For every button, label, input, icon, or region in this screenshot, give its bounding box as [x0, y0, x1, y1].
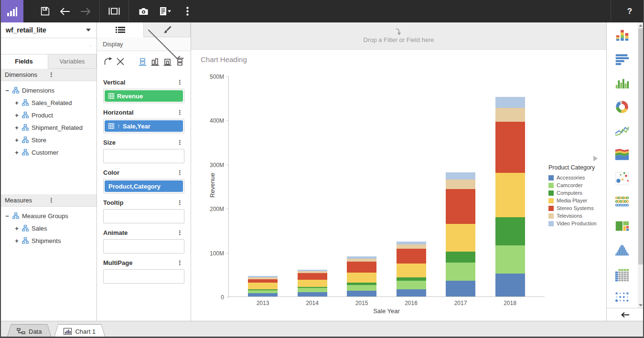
bar-segment-2013-accessories[interactable]: [248, 293, 278, 296]
expand-icon[interactable]: +: [13, 112, 20, 119]
undo-button[interactable]: [55, 0, 75, 22]
bar-segment-2013-media-player[interactable]: [248, 283, 278, 289]
bar-segment-2015-video-production[interactable]: [347, 256, 376, 259]
chart-heading[interactable]: Chart Heading: [201, 55, 247, 63]
bar-segment-2015-televisions[interactable]: [347, 259, 376, 262]
bar-segment-2016-video-production[interactable]: [397, 242, 426, 244]
data-source-selector[interactable]: wf_retail_lite: [0, 22, 97, 38]
well-vertical-dropzone[interactable]: Revenue: [103, 89, 184, 103]
legend-item-computers[interactable]: Computers: [548, 189, 605, 197]
grouped-bar-chart-icon[interactable]: [607, 71, 637, 95]
bar-segment-2018-computers[interactable]: [495, 217, 525, 245]
bar-segment-2017-video-production[interactable]: [446, 172, 475, 180]
legend-item-televisions[interactable]: Televisions: [548, 212, 605, 220]
data-grid-icon[interactable]: [607, 262, 637, 286]
legend-expander-icon[interactable]: [593, 156, 598, 161]
field-pill-revenue[interactable]: Revenue: [105, 90, 183, 102]
bar-segment-2018-video-production[interactable]: [495, 97, 525, 107]
bar-segment-2014-computers[interactable]: [298, 287, 327, 288]
bar-segment-2016-accessories[interactable]: [397, 289, 426, 296]
line-chart-icon[interactable]: [607, 119, 637, 143]
scroll-down-icon[interactable]: [638, 302, 644, 308]
tree-item-sales[interactable]: +Sales: [0, 222, 97, 234]
field-pill-sale-year[interactable]: ↑Sale,Year: [105, 120, 183, 132]
well-animate-dropzone[interactable]: [103, 239, 184, 254]
legend-item-stereo-systems[interactable]: Stereo Systems: [548, 204, 605, 212]
well-multipage-dropzone[interactable]: [103, 269, 184, 284]
tree-item-shipments[interactable]: +Shipments: [0, 234, 97, 247]
dot-matrix-icon[interactable]: [607, 286, 637, 310]
bar-segment-2014-media-player[interactable]: [298, 280, 327, 287]
expand-icon[interactable]: +: [13, 225, 20, 232]
bar-segment-2013-computers[interactable]: [248, 289, 278, 290]
scatter-plot-icon[interactable]: [607, 167, 637, 190]
bar-segment-2016-computers[interactable]: [397, 277, 426, 280]
preview-button[interactable]: [104, 0, 124, 22]
search-input[interactable]: [6, 42, 90, 50]
bar-segment-2014-accessories[interactable]: [298, 292, 327, 296]
collapse-rail-button[interactable]: [607, 308, 644, 321]
stacked-bar-chart-icon[interactable]: [607, 23, 637, 47]
well-tooltip-dropzone[interactable]: [103, 209, 184, 223]
clear-icon[interactable]: [114, 55, 127, 68]
tab-data[interactable]: Data: [7, 324, 52, 338]
bar-segment-2016-media-player[interactable]: [397, 264, 426, 278]
tab-variables[interactable]: Variables: [48, 54, 97, 68]
tree-item-store[interactable]: +Store: [0, 134, 97, 146]
bar-segment-2013-stereo-systems[interactable]: [248, 279, 278, 283]
bar-segment-2015-camcorder[interactable]: [347, 285, 376, 291]
well-menu-icon[interactable]: ⋮: [175, 260, 184, 266]
side-by-side-icon[interactable]: [149, 55, 161, 68]
well-horizontal-dropzone[interactable]: ↑Sale,Year: [103, 119, 184, 133]
bar-segment-2013-video-production[interactable]: [248, 276, 278, 278]
tab-fields[interactable]: Fields: [0, 54, 48, 69]
tree-item-sales-related[interactable]: +Sales_Related: [0, 96, 97, 109]
tree-item-measure-groups[interactable]: −Measure Groups: [0, 210, 97, 222]
help-button[interactable]: ?: [615, 7, 644, 16]
app-logo[interactable]: [0, 0, 23, 22]
bar-segment-2018-camcorder[interactable]: [495, 245, 525, 274]
bar-segment-2018-media-player[interactable]: [495, 173, 525, 217]
bar-segment-2017-media-player[interactable]: [446, 224, 475, 252]
redo-button[interactable]: [75, 0, 95, 22]
bar-segment-2018-stereo-systems[interactable]: [495, 122, 525, 173]
expand-icon[interactable]: +: [13, 237, 20, 244]
swap-axes-icon[interactable]: [102, 55, 114, 68]
expand-icon[interactable]: +: [13, 137, 20, 144]
bar-segment-2014-camcorder[interactable]: [298, 288, 327, 292]
tree-item-dimensions[interactable]: −Dimensions: [0, 84, 97, 96]
collapse-icon[interactable]: −: [4, 87, 11, 94]
tree-item-customer[interactable]: +Customer: [0, 146, 97, 158]
bar-segment-2014-video-production[interactable]: [298, 270, 327, 272]
well-color-dropzone[interactable]: Product,Category: [103, 179, 184, 193]
bar-segment-2015-media-player[interactable]: [347, 273, 376, 283]
well-menu-icon[interactable]: ⋮: [175, 200, 184, 206]
expand-icon[interactable]: +: [13, 99, 20, 106]
bar-segment-2017-televisions[interactable]: [446, 180, 475, 189]
tab-chart-1[interactable]: Chart 1: [54, 324, 106, 338]
well-menu-icon[interactable]: ⋮: [175, 139, 184, 146]
tab-field-list[interactable]: [97, 22, 144, 37]
collapse-icon[interactable]: −: [4, 212, 11, 220]
tree-item-product[interactable]: +Product: [0, 109, 97, 121]
dimensions-menu-icon[interactable]: ⋮: [47, 72, 92, 78]
bar-segment-2017-stereo-systems[interactable]: [446, 189, 475, 224]
bar-segment-2018-televisions[interactable]: [495, 108, 525, 122]
save-button[interactable]: [35, 0, 55, 22]
more-options-button[interactable]: [177, 0, 197, 22]
display-accordion[interactable]: Display: [97, 37, 191, 51]
well-menu-icon[interactable]: ⋮: [175, 169, 184, 176]
tree-item-shipment-related[interactable]: +Shipment_Related: [0, 121, 97, 134]
bar-segment-2018-accessories[interactable]: [495, 274, 525, 296]
bar-segment-2014-televisions[interactable]: [298, 271, 327, 273]
expand-icon[interactable]: +: [13, 149, 20, 156]
bar-segment-2017-camcorder[interactable]: [446, 263, 475, 281]
area-chart-icon[interactable]: [607, 143, 637, 167]
horizontal-bar-chart-icon[interactable]: [607, 47, 637, 71]
bar-segment-2015-stereo-systems[interactable]: [347, 262, 376, 273]
filter-drop-zone[interactable]: Drop a Filter or Field here: [191, 22, 606, 50]
treemap-icon[interactable]: [607, 214, 637, 238]
overlay-icon[interactable]: [161, 55, 173, 68]
legend-item-camcorder[interactable]: Camcorder: [548, 181, 605, 189]
legend-item-accessories[interactable]: Accessories: [548, 174, 605, 181]
